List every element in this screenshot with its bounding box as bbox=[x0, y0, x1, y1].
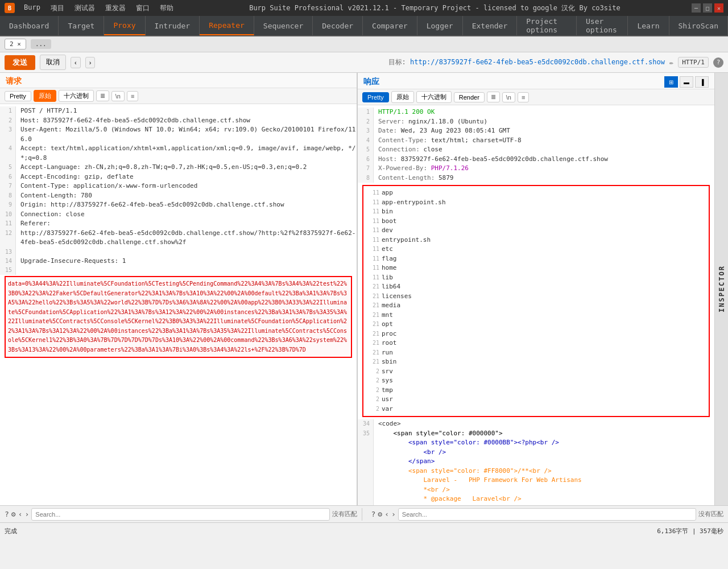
req-btn-menu[interactable]: ≡ bbox=[127, 91, 138, 101]
dir-name-var: var bbox=[382, 405, 393, 414]
req-line-2: 2 Host: 8375927f-6e62-4feb-bea5-e5dc0092… bbox=[0, 116, 357, 126]
inspector-sidebar[interactable]: INSPECTOR bbox=[714, 73, 728, 505]
resp-btn-render[interactable]: Render bbox=[454, 92, 485, 102]
request-code-area[interactable]: 1 POST / HTTP/1.1 2 Host: 8375927f-6e62-… bbox=[0, 104, 357, 505]
response-search-question-icon[interactable]: ? bbox=[371, 510, 376, 518]
menu-burp[interactable]: Burp bbox=[19, 2, 45, 14]
resp-btn-menu[interactable]: ≡ bbox=[518, 92, 529, 102]
response-code-area[interactable]: 1 HTTP/1.1 200 OK 2 Server: nginx/1.18.0… bbox=[358, 105, 714, 505]
request-search-section: ? ⚙ ‹ › 没有匹配 bbox=[0, 508, 362, 521]
view-split-btn[interactable]: ⊞ bbox=[664, 76, 678, 88]
request-data-content: data=0%3A44%3A%22Illuminate%5CFoundation… bbox=[8, 281, 347, 353]
tab-comparer[interactable]: Comparer bbox=[363, 16, 417, 35]
req-line-1: 1 POST / HTTP/1.1 bbox=[0, 106, 357, 116]
dir-item-flag: 11 flag bbox=[366, 254, 706, 264]
repeater-tab-2[interactable]: 2 × bbox=[5, 39, 26, 50]
nav-tabs: Dashboard Target Proxy Intruder Repeater… bbox=[0, 16, 728, 36]
repeater-tab-new[interactable]: ... bbox=[31, 39, 51, 49]
resp-line-2: 2 Server: nginx/1.18.0 (Ubuntu) bbox=[358, 117, 714, 127]
tab-intruder[interactable]: Intruder bbox=[146, 16, 200, 35]
req-btn-pretty[interactable]: Pretty bbox=[5, 91, 31, 101]
request-search-question-icon[interactable]: ? bbox=[5, 510, 9, 518]
dir-name-sys: sys bbox=[382, 376, 393, 386]
req-btn-wrap[interactable]: ≣ bbox=[96, 90, 109, 101]
tab-decoder[interactable]: Decoder bbox=[313, 16, 363, 35]
window-title: Burp Suite Professional v2021.12.1 - Tem… bbox=[178, 3, 692, 13]
request-data-box: data=0%3A44%3A%22Illuminate%5CFoundation… bbox=[5, 276, 352, 358]
dir-item-proc: 21 proc bbox=[366, 329, 706, 339]
request-panel-toolbar: Pretty 原始 十六进制 ≣ \n ≡ bbox=[0, 88, 357, 104]
req-btn-hex[interactable]: 十六进制 bbox=[59, 90, 94, 102]
dir-name-dev: dev bbox=[382, 226, 393, 236]
dir-name-etc: etc bbox=[382, 245, 393, 254]
tab-project-options[interactable]: Project options bbox=[517, 16, 577, 35]
dir-item-usr: 2 usr bbox=[366, 395, 706, 405]
request-no-match: 没有匹配 bbox=[332, 510, 357, 518]
request-search-prev-icon[interactable]: ‹ bbox=[18, 510, 23, 518]
tab-extender[interactable]: Extender bbox=[463, 16, 518, 35]
response-search-input[interactable] bbox=[398, 508, 696, 521]
dir-name-root: root bbox=[382, 339, 397, 348]
dir-item-mnt: 21 mnt bbox=[366, 311, 706, 320]
next-button[interactable]: › bbox=[85, 57, 96, 68]
tab-dashboard[interactable]: Dashboard bbox=[0, 16, 59, 35]
menu-tester[interactable]: 测试器 bbox=[70, 2, 100, 14]
tab-proxy[interactable]: Proxy bbox=[104, 16, 145, 35]
target-url-text: http://8375927f-6e62-4feb-bea5-e5dc0092c… bbox=[410, 58, 665, 66]
request-search-next-icon[interactable]: › bbox=[24, 510, 29, 518]
menu-window[interactable]: 窗口 bbox=[131, 2, 154, 14]
req-btn-ln[interactable]: \n bbox=[111, 91, 125, 101]
req-btn-raw[interactable]: 原始 bbox=[34, 90, 56, 102]
dir-item-run: 21 run bbox=[366, 348, 706, 358]
response-search-next-icon[interactable]: › bbox=[391, 510, 396, 518]
help-icon[interactable]: ? bbox=[713, 57, 723, 68]
tab-target[interactable]: Target bbox=[59, 16, 104, 35]
menu-resender[interactable]: 重发器 bbox=[101, 2, 130, 14]
tab-shiroscan[interactable]: ShiroScan bbox=[669, 16, 728, 35]
request-search-input[interactable] bbox=[31, 508, 329, 521]
response-search-section: ? ⚙ ‹ › 没有匹配 bbox=[367, 508, 729, 521]
tab-repeater[interactable]: Repeater bbox=[200, 16, 254, 35]
req-line-9: 9 Origin: http://8375927f-6e62-4feb-bea5… bbox=[0, 200, 357, 210]
http-version-badge[interactable]: HTTP/1 bbox=[678, 57, 709, 68]
dir-name-entrypoint: entrypoint.sh bbox=[382, 236, 431, 245]
request-search-settings-icon[interactable]: ⚙ bbox=[11, 510, 16, 518]
dir-item-sys: 2 sys bbox=[366, 376, 706, 386]
response-search-prev-icon[interactable]: ‹ bbox=[384, 510, 389, 518]
resp-btn-raw[interactable]: 原始 bbox=[391, 91, 414, 103]
tab-logger[interactable]: Logger bbox=[417, 16, 463, 35]
resp-btn-wrap[interactable]: ≣ bbox=[487, 92, 500, 102]
response-no-match: 没有匹配 bbox=[698, 510, 723, 518]
dir-item-entrypoint: 11 entrypoint.sh bbox=[366, 236, 706, 245]
resp-line-7: 7 X-Powered-By: PHP/7.1.26 bbox=[358, 164, 714, 174]
tab-sequencer[interactable]: Sequencer bbox=[254, 16, 313, 35]
close-button[interactable]: ✕ bbox=[714, 3, 723, 13]
dir-item-bin: 11 bin bbox=[366, 207, 706, 217]
maximize-button[interactable]: □ bbox=[703, 3, 712, 13]
dir-item-sbin: 21 sbin bbox=[366, 357, 706, 367]
req-line-6: 6 Accept-Encoding: gzip, deflate bbox=[0, 172, 357, 182]
menu-project[interactable]: 项目 bbox=[46, 2, 69, 14]
tab-user-options[interactable]: User options bbox=[577, 16, 628, 35]
resp-btn-ln[interactable]: \n bbox=[502, 92, 515, 102]
menu-help[interactable]: 帮助 bbox=[155, 2, 178, 14]
search-bar: ? ⚙ ‹ › 没有匹配 ? ⚙ ‹ › 没有匹配 bbox=[0, 505, 728, 522]
resp-html-line-35i: * @author Taylor Otwell <taylor@laravel.… bbox=[358, 504, 714, 506]
prev-button[interactable]: ‹ bbox=[71, 57, 81, 68]
tab-learn[interactable]: Learn bbox=[628, 16, 669, 35]
view-horiz-btn[interactable]: ▬ bbox=[680, 76, 693, 88]
minimize-button[interactable]: ─ bbox=[692, 3, 701, 13]
dir-item-lib: 11 lib bbox=[366, 273, 706, 283]
dir-item-root: 21 root bbox=[366, 339, 706, 348]
resp-html-line-35a: 35 <span style="color: #000000"> bbox=[358, 429, 714, 439]
view-vert-btn[interactable]: ▐ bbox=[695, 76, 709, 88]
edit-url-icon[interactable]: ✏ bbox=[669, 59, 673, 67]
toolbar: 发送 取消 ‹ › 目标: http://8375927f-6e62-4feb-… bbox=[0, 52, 728, 73]
send-button[interactable]: 发送 bbox=[5, 55, 35, 70]
response-search-settings-icon[interactable]: ⚙ bbox=[378, 510, 382, 518]
req-line-15: 15 bbox=[0, 266, 357, 275]
resp-btn-pretty[interactable]: Pretty bbox=[362, 92, 389, 102]
dir-name-opt: opt bbox=[382, 320, 393, 329]
cancel-button[interactable]: 取消 bbox=[40, 55, 66, 70]
resp-btn-hex[interactable]: 十六进制 bbox=[416, 91, 452, 103]
